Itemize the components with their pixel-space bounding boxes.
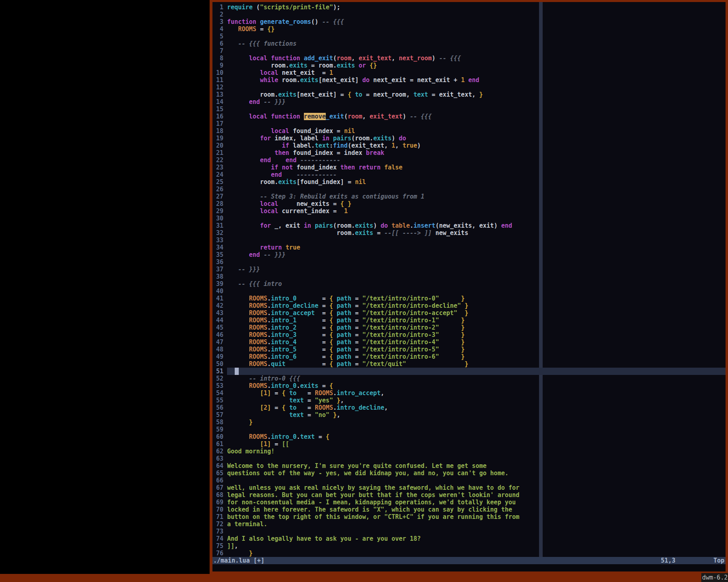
- code-segment: -- }}}: [263, 98, 285, 106]
- code-segment: 1: [344, 207, 348, 215]
- line-number: 29: [212, 207, 227, 215]
- code-segment: ROOMS: [238, 25, 256, 33]
- code-line: 50 ROOMS.quit = { path = "/text/quit" }: [212, 360, 520, 368]
- code-segment: exits: [289, 62, 308, 69]
- line-number: 65: [212, 470, 227, 477]
- code-segment: .: [267, 302, 271, 309]
- code-buffer[interactable]: 1 require ("scripts/print-file"); 2 3 fu…: [212, 4, 520, 557]
- line-number: 20: [212, 142, 227, 149]
- code-segment: [[: [282, 440, 289, 448]
- code-line: 2: [212, 11, 520, 18]
- code-segment: exits: [337, 62, 355, 69]
- code-line: 20 if label.text:find(exit_text, 1, true…: [212, 142, 520, 149]
- code-segment: [found_index] =: [297, 178, 355, 186]
- code-segment: .: [333, 404, 337, 411]
- code-segment: -- {{{: [439, 55, 461, 62]
- code-segment: button on the top right of this window, …: [227, 513, 519, 521]
- code-line: 16 local function remove_exit(room, exit…: [212, 113, 520, 120]
- code-line: 7: [212, 47, 520, 55]
- code-segment: (room.: [351, 135, 373, 142]
- code-line: 69 for non-consentual media - I mean, ki…: [212, 499, 520, 506]
- code-segment: {: [329, 339, 333, 346]
- code-segment: while: [260, 76, 278, 84]
- code-segment: room: [337, 55, 351, 62]
- code-segment: =: [297, 346, 329, 353]
- code-segment: "scripts/print-file": [260, 4, 333, 11]
- code-segment: [333, 295, 337, 302]
- code-line: 63: [212, 455, 520, 462]
- code-segment: intro_0: [271, 295, 297, 302]
- statusline-ruler: 51,3: [661, 557, 675, 564]
- code-segment: [227, 302, 249, 309]
- code-segment: [267, 113, 271, 120]
- code-segment: found_index = index: [289, 149, 366, 157]
- code-line: 62 Good morning!: [212, 448, 520, 455]
- line-number: 26: [212, 186, 227, 193]
- code-line: 43 ROOMS.intro_accept = { path = "/text/…: [212, 309, 520, 317]
- line-number: 17: [212, 120, 227, 127]
- code-line: 6 -- {{{ functions: [212, 40, 520, 47]
- code-segment: ROOMS: [249, 360, 267, 368]
- line-number: 66: [212, 477, 227, 484]
- code-segment: [227, 98, 249, 106]
- code-segment: end: [260, 157, 271, 164]
- code-segment: =: [315, 433, 326, 440]
- code-segment: path: [337, 360, 351, 368]
- code-segment: }: [333, 411, 337, 419]
- code-segment: (room.: [333, 222, 355, 229]
- code-segment: =: [286, 360, 329, 368]
- code-segment: end: [249, 251, 260, 258]
- code-segment: [333, 353, 337, 360]
- code-segment: ROOMS: [249, 309, 267, 317]
- code-line: 56 [2] = { to = ROOMS.intro_decline,: [212, 404, 520, 411]
- code-line: 58 }: [212, 419, 520, 426]
- code-segment: :: [329, 142, 333, 149]
- code-segment: then: [275, 149, 289, 157]
- line-number: 30: [212, 215, 227, 222]
- vim-editor[interactable]: 1 require ("scripts/print-file"); 2 3 fu…: [212, 2, 726, 571]
- code-segment: =: [318, 382, 329, 389]
- line-number: 55: [212, 397, 227, 404]
- statusline-filename: ./main.lua [+]: [213, 557, 264, 564]
- code-segment: path: [337, 295, 351, 302]
- code-segment: [271, 157, 286, 164]
- code-segment: pairs: [315, 222, 333, 229]
- code-segment: new_exits: [432, 229, 468, 237]
- code-segment: ROOMS: [315, 389, 333, 397]
- code-segment: exits: [373, 135, 391, 142]
- code-segment: not: [282, 164, 293, 171]
- code-segment: {: [282, 404, 286, 411]
- code-segment: in: [304, 222, 311, 229]
- code-segment: _, exit: [271, 222, 304, 229]
- dwm-bar[interactable]: [0, 574, 728, 582]
- code-segment: path: [337, 331, 351, 339]
- code-segment: [227, 207, 260, 215]
- code-segment: [286, 389, 289, 397]
- code-segment: {}: [369, 62, 377, 69]
- code-segment: exits: [300, 382, 318, 389]
- code-segment: [465, 76, 468, 84]
- code-segment: if: [282, 142, 289, 149]
- code-segment: intro_4: [271, 339, 297, 346]
- code-segment: = exit_text,: [428, 91, 479, 98]
- code-segment: =: [351, 331, 362, 339]
- code-line: 36: [212, 258, 520, 266]
- code-segment: }: [465, 302, 468, 309]
- code-segment: }: [461, 331, 465, 339]
- code-line: 76 }: [212, 550, 520, 557]
- code-segment: "yes": [315, 397, 333, 404]
- code-segment: function: [227, 18, 256, 25]
- code-segment: [439, 331, 461, 339]
- line-number: 10: [212, 69, 227, 76]
- terminal-window[interactable]: 1 require ("scripts/print-file"); 2 3 fu…: [210, 0, 728, 574]
- code-segment: local: [249, 113, 267, 120]
- code-segment: nil: [355, 178, 366, 186]
- code-segment: room.: [227, 229, 355, 237]
- code-segment: true: [286, 244, 300, 251]
- code-segment: [300, 113, 304, 120]
- line-number: 32: [212, 229, 227, 237]
- vim-statusline: ./main.lua [+] 51,3 Top: [212, 557, 726, 564]
- line-number: 9: [212, 62, 227, 69]
- code-segment: ,: [395, 142, 403, 149]
- code-segment: exits: [278, 178, 297, 186]
